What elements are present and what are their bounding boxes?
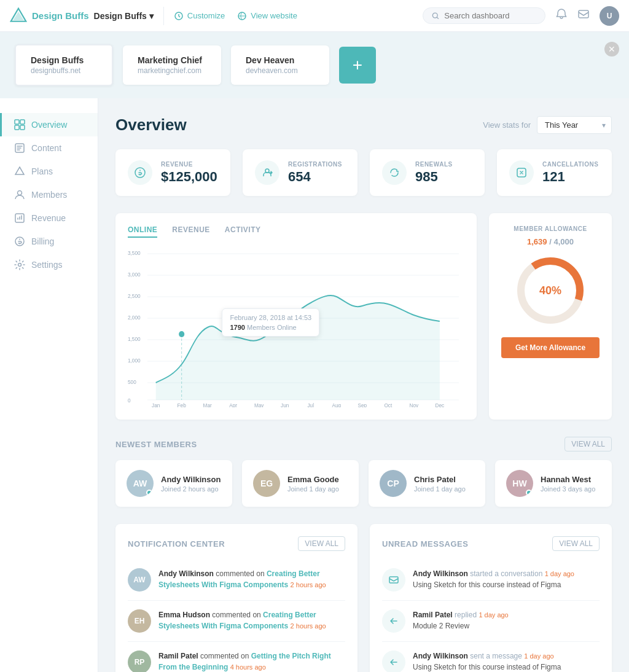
sidebar-item-content[interactable]: Content	[0, 136, 98, 160]
stats-filter-select[interactable]: This Year Last Year Last 30 Days	[537, 116, 612, 134]
site-selector[interactable]: Design Buffs ▾	[94, 11, 154, 21]
app-logo[interactable]: Design Buffs	[10, 7, 89, 25]
customize-action[interactable]: Customize	[174, 11, 225, 21]
svg-text:Nov: Nov	[409, 402, 418, 407]
notif-avatar-0: AW	[128, 568, 151, 592]
page-header: Overview View stats for This Year Last Y…	[115, 115, 612, 135]
newest-members-title: NEWEST MEMBERS	[115, 440, 197, 449]
site-card-1[interactable]: Marketing Chief marketingchief.com	[123, 45, 221, 85]
site-card-name-0: Design Buffs	[31, 55, 97, 65]
site-card-2[interactable]: Dev Heaven devheaven.com	[231, 45, 329, 85]
msg-text-1: Ramil Patel replied 1 day ago Module 2 R…	[413, 609, 509, 631]
customize-label: Customize	[187, 11, 225, 20]
msg-item-2: Andy Wilkinson sent a message 1 day ago …	[382, 642, 600, 672]
view-website-action[interactable]: View website	[237, 11, 297, 21]
messages-card: UNREAD MESSAGES VIEW ALL Andy Wilkinson …	[370, 524, 612, 672]
notif-name-1: Emma Hudson	[158, 611, 210, 619]
member-card-3: HW Hannah West Joined 3 days ago	[495, 460, 612, 507]
user-avatar[interactable]: U	[600, 6, 619, 26]
chart-tabs: ONLINE REVENUE ACTIVITY	[128, 225, 464, 238]
site-name: Design Buffs	[94, 11, 147, 21]
stats-filter: View stats for This Year Last Year Last …	[483, 116, 612, 134]
svg-point-17	[265, 169, 269, 173]
messages-title: UNREAD MESSAGES	[382, 539, 468, 549]
messages-view-all[interactable]: VIEW ALL	[552, 536, 600, 551]
stat-card-registrations: REGISTRATIONS 654	[243, 149, 357, 196]
msg-time-0: 1 day ago	[545, 570, 574, 577]
chart-row: ONLINE REVENUE ACTIVITY 3,500 3,000 2,50…	[115, 213, 612, 420]
msg-time-2: 1 day ago	[524, 652, 553, 660]
sidebar-item-revenue[interactable]: Revenue	[0, 206, 98, 230]
search-input[interactable]	[444, 11, 536, 20]
allowance-card: MEMBER ALLOWANCE 1,639 / 4,000 40% Get M…	[489, 213, 612, 420]
notifications-icon[interactable]	[555, 8, 568, 23]
member-joined-0: Joined 2 hours ago	[161, 485, 221, 493]
msg-text-2: Andy Wilkinson sent a message 1 day ago …	[413, 651, 561, 672]
site-card-name-2: Dev Heaven	[246, 55, 314, 65]
add-site-button[interactable]: +	[339, 47, 376, 84]
svg-text:500: 500	[128, 379, 136, 385]
registrations-stat-value: 654	[288, 169, 342, 185]
sidebar-item-billing[interactable]: Billing	[0, 230, 98, 253]
main-layout: Overview Content Plans Members Revenue B…	[0, 98, 629, 672]
search-bar[interactable]	[423, 7, 545, 24]
notif-avatar-2: RP	[128, 651, 151, 672]
member-card-2: CP Chris Patel Joined 1 day ago	[369, 460, 485, 507]
msg-icon-2	[382, 651, 405, 672]
nav-divider	[163, 7, 164, 25]
stat-card-revenue: REVENUE $125,000	[115, 149, 230, 196]
messages-nav-icon[interactable]	[577, 8, 590, 23]
stats-row: REVENUE $125,000 REGISTRATIONS 654 REN	[115, 149, 612, 196]
revenue-stat-label: REVENUE	[161, 161, 217, 168]
site-card-0[interactable]: Design Buffs designbuffs.net	[15, 44, 113, 86]
svg-rect-5	[579, 10, 588, 18]
notif-item-1: EH Emma Hudson commented on Creating Bet…	[128, 601, 345, 642]
msg-action-1: replied	[455, 611, 477, 619]
topnav-right: U	[423, 6, 619, 26]
sidebar-item-settings-label: Settings	[31, 260, 63, 270]
svg-text:1,500: 1,500	[128, 336, 141, 342]
renewals-stat-icon	[382, 160, 407, 185]
notifications-view-all[interactable]: VIEW ALL	[298, 536, 345, 551]
svg-rect-8	[15, 125, 19, 130]
msg-name-2: Andy Wilkinson	[413, 652, 468, 660]
member-name-0: Andy Wilkinson	[161, 475, 221, 484]
sidebar-item-plans[interactable]: Plans	[0, 160, 98, 183]
notif-item-2: RP Ramil Patel commented on Getting the …	[128, 642, 345, 672]
get-more-allowance-button[interactable]: Get More Allowance	[501, 337, 600, 358]
chart-tab-revenue[interactable]: REVENUE	[172, 225, 210, 238]
member-avatar-0: AW	[127, 470, 154, 497]
notif-time-0: 2 hours ago	[291, 581, 326, 588]
sidebar-item-overview[interactable]: Overview	[0, 113, 98, 136]
registrations-stat-icon	[255, 160, 279, 185]
site-card-url-1: marketingchief.com	[138, 66, 201, 75]
member-joined-1: Joined 1 day ago	[287, 485, 339, 493]
notifications-title: NOTIFICATION CENTER	[128, 539, 225, 549]
svg-text:3,500: 3,500	[128, 250, 141, 256]
member-name-1: Emma Goode	[287, 475, 339, 484]
chart-tab-activity[interactable]: ACTIVITY	[225, 225, 261, 238]
close-switcher-button[interactable]: ✕	[604, 42, 619, 57]
stats-filter-wrap[interactable]: This Year Last Year Last 30 Days	[537, 116, 612, 134]
member-info-0: Andy Wilkinson Joined 2 hours ago	[161, 475, 221, 493]
notif-avatar-1: EH	[128, 609, 151, 633]
cancellations-stat-label: CANCELLATIONS	[542, 161, 598, 168]
sidebar-item-settings[interactable]: Settings	[0, 253, 98, 276]
chart-tab-online[interactable]: ONLINE	[128, 225, 157, 238]
topnav: Design Buffs Design Buffs ▾ Customize Vi…	[0, 0, 629, 32]
site-card-name-1: Marketing Chief	[138, 55, 206, 65]
content-icon	[14, 143, 25, 154]
renewals-stat-info: RENEWALS 985	[415, 161, 453, 185]
msg-subject-2: Using Sketch for this course instead of …	[413, 663, 561, 671]
sidebar-item-revenue-label: Revenue	[31, 213, 66, 223]
svg-text:2,500: 2,500	[128, 293, 141, 299]
app-name: Design Buffs	[32, 10, 89, 21]
sidebar-item-members[interactable]: Members	[0, 183, 98, 206]
svg-rect-9	[20, 125, 25, 130]
sidebar-item-overview-label: Overview	[31, 120, 67, 130]
members-view-all[interactable]: VIEW ALL	[565, 437, 612, 451]
msg-text-0: Andy Wilkinson started a conversation 1 …	[413, 568, 574, 590]
main-content: Overview View stats for This Year Last Y…	[98, 98, 629, 672]
registrations-stat-info: REGISTRATIONS 654	[288, 161, 342, 185]
search-icon	[432, 12, 439, 20]
